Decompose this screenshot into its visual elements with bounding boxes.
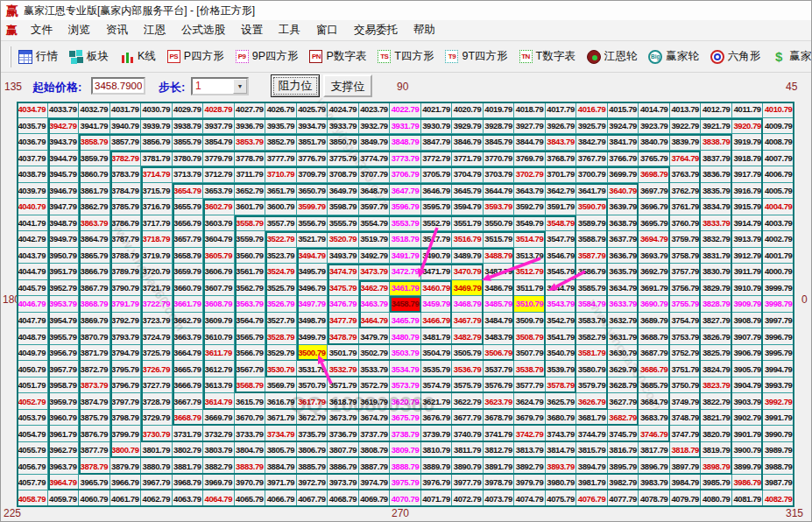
price-cell[interactable]: 3459.79 [421, 296, 453, 313]
price-cell[interactable]: 3760.79 [670, 215, 702, 232]
price-cell[interactable]: 3892.79 [514, 458, 546, 475]
price-cell[interactable]: 3609.79 [203, 313, 235, 329]
price-cell[interactable]: 3820.79 [701, 426, 732, 442]
price-cell[interactable]: 4072.79 [452, 490, 484, 507]
price-cell[interactable]: 3832.79 [701, 231, 732, 248]
price-cell[interactable]: 3489.79 [452, 248, 484, 265]
price-cell[interactable]: 3872.79 [79, 361, 110, 377]
price-cell[interactable]: 3508.79 [514, 328, 546, 345]
price-cell[interactable]: 3949.79 [48, 231, 80, 248]
price-cell[interactable]: 3901.79 [732, 426, 764, 442]
price-cell[interactable]: 3723.79 [141, 313, 173, 329]
price-cell[interactable]: 4027.79 [235, 102, 266, 118]
price-cell[interactable]: 3904.79 [732, 377, 764, 394]
price-cell[interactable]: 4050.79 [17, 361, 48, 377]
price-cell[interactable]: 3770.79 [484, 151, 515, 167]
price-cell[interactable]: 3926.79 [546, 118, 577, 135]
price-cell[interactable]: 3472.79 [390, 264, 421, 280]
price-cell[interactable]: 3846.79 [452, 134, 484, 151]
price-cell[interactable]: 4013.79 [670, 102, 702, 118]
price-cell[interactable]: 3790.79 [110, 280, 142, 297]
price-cell[interactable]: 3733.79 [235, 426, 266, 442]
price-cell[interactable]: 3834.79 [701, 199, 732, 215]
price-cell[interactable]: 3882.79 [203, 458, 235, 475]
price-cell[interactable]: 3734.79 [265, 426, 297, 442]
price-cell[interactable]: 3551.79 [452, 215, 484, 232]
price-cell[interactable]: 3763.79 [670, 166, 702, 183]
price-cell[interactable]: 3704.79 [452, 166, 484, 183]
price-cell[interactable]: 3780.79 [173, 151, 204, 167]
price-cell[interactable]: 3537.79 [484, 361, 515, 377]
price-cell[interactable]: 4029.79 [173, 102, 204, 118]
price-cell[interactable]: 3863.79 [79, 215, 110, 232]
price-cell[interactable]: 3866.79 [79, 264, 110, 280]
price-cell[interactable]: 3513.79 [514, 248, 546, 265]
price-cell[interactable]: 3529.79 [265, 345, 297, 362]
price-cell[interactable]: 3666.79 [173, 377, 204, 394]
price-cell[interactable]: 3935.79 [265, 118, 297, 135]
price-cell[interactable]: 3686.79 [639, 361, 670, 377]
price-cell[interactable]: 3847.79 [421, 134, 453, 151]
price-cell[interactable]: 3962.79 [48, 442, 80, 459]
price-cell[interactable]: 3994.79 [763, 361, 794, 377]
price-cell[interactable]: 3940.79 [110, 118, 142, 135]
price-cell[interactable]: 3816.79 [608, 442, 639, 459]
toolbar-button-K线[interactable]: K线 [120, 49, 156, 64]
price-cell[interactable]: 3667.79 [173, 393, 204, 410]
price-cell[interactable]: 4070.79 [390, 490, 421, 507]
price-cell[interactable]: 3708.79 [328, 166, 359, 183]
toolbar-button-板块[interactable]: 板块 [69, 49, 109, 64]
price-cell[interactable]: 3906.79 [732, 345, 764, 362]
price-cell[interactable]: 3714.79 [141, 166, 173, 183]
price-cell[interactable]: 3619.79 [359, 393, 391, 410]
price-cell[interactable]: 3911.79 [732, 264, 764, 280]
price-cell[interactable]: 3980.79 [546, 475, 577, 491]
price-cell[interactable]: 3915.79 [732, 199, 764, 215]
price-cell[interactable]: 3758.79 [670, 248, 702, 265]
price-cell[interactable]: 4075.79 [546, 490, 577, 507]
price-cell[interactable]: 3588.79 [576, 231, 608, 248]
price-cell[interactable]: 3842.79 [576, 134, 608, 151]
price-cell[interactable]: 3729.79 [141, 410, 173, 427]
price-cell[interactable]: 3772.79 [421, 151, 453, 167]
price-cell[interactable]: 3829.79 [701, 280, 732, 297]
price-cell[interactable]: 3960.79 [48, 410, 80, 427]
price-cell[interactable]: 3918.79 [732, 151, 764, 167]
price-cell[interactable]: 3905.79 [732, 361, 764, 377]
price-cell[interactable]: 3552.79 [421, 215, 453, 232]
price-cell[interactable]: 3743.79 [546, 426, 577, 442]
price-cell[interactable]: 3599.79 [297, 199, 328, 215]
price-cell[interactable]: 3697.79 [639, 183, 670, 200]
price-cell[interactable]: 3933.79 [328, 118, 359, 135]
price-cell[interactable]: 3541.79 [546, 328, 577, 345]
price-cell[interactable]: 3865.79 [79, 248, 110, 265]
price-cell[interactable]: 3550.79 [484, 215, 515, 232]
price-cell[interactable]: 3839.79 [670, 134, 702, 151]
price-cell[interactable]: 3961.79 [48, 426, 80, 442]
price-cell[interactable]: 3564.79 [235, 313, 266, 329]
price-cell[interactable]: 3878.79 [79, 458, 110, 475]
price-cell[interactable]: 3656.79 [173, 215, 204, 232]
price-cell[interactable]: 3869.79 [79, 313, 110, 329]
price-cell[interactable]: 3542.79 [546, 313, 577, 329]
price-cell[interactable]: 3500.79 [297, 345, 328, 362]
price-cell[interactable]: 3854.79 [203, 134, 235, 151]
toolbar-button-P四方形[interactable]: PSP四方形 [167, 49, 224, 64]
price-cell[interactable]: 3664.79 [173, 345, 204, 362]
price-cell[interactable]: 3792.79 [110, 313, 142, 329]
price-cell[interactable]: 3583.79 [576, 313, 608, 329]
price-cell[interactable]: 3996.79 [763, 328, 794, 345]
price-cell[interactable]: 4045.79 [17, 280, 48, 297]
price-cell[interactable]: 3793.79 [110, 328, 142, 345]
price-cell[interactable]: 3728.79 [141, 393, 173, 410]
price-cell[interactable]: 3595.79 [421, 199, 453, 215]
price-cell[interactable]: 3742.79 [514, 426, 546, 442]
price-cell[interactable]: 3637.79 [608, 231, 639, 248]
price-cell[interactable]: 3655.79 [173, 199, 204, 215]
price-cell[interactable]: 3788.79 [110, 248, 142, 265]
price-cell[interactable]: 3688.79 [639, 328, 670, 345]
price-cell[interactable]: 3661.79 [173, 296, 204, 313]
price-cell[interactable]: 3747.79 [670, 426, 702, 442]
price-cell[interactable]: 4058.79 [17, 490, 48, 507]
price-cell[interactable]: 3624.79 [514, 393, 546, 410]
